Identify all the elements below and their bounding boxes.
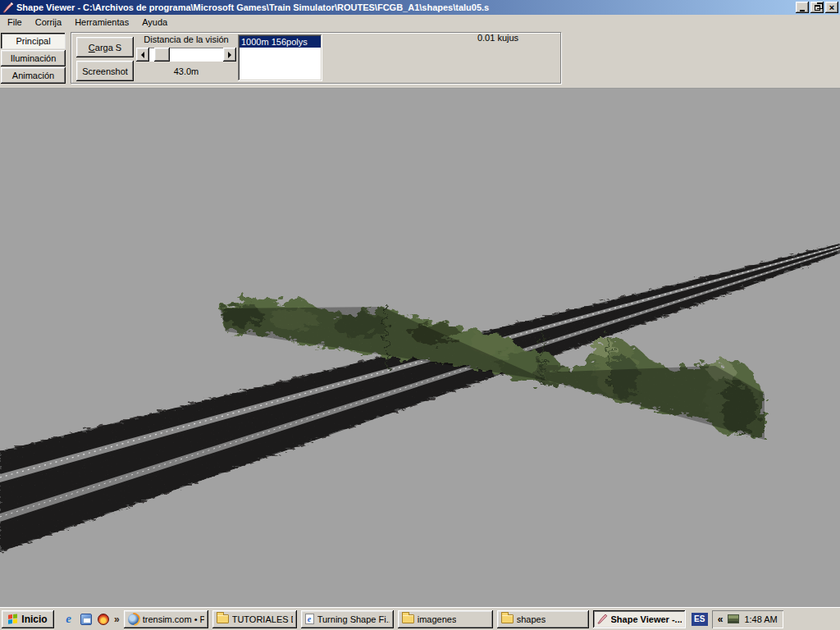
system-tray: « 1:48 AM	[712, 610, 783, 628]
taskbar: Inicio e » trensim.com • P... TUTORIALES…	[0, 607, 840, 630]
menu-corrija[interactable]: Corrija	[29, 16, 68, 30]
scrollbar-thumb[interactable]	[154, 48, 170, 62]
tab-iluminacion[interactable]: Iluminación	[1, 50, 66, 66]
restore-icon	[815, 5, 820, 11]
tab-animacion[interactable]: Animación	[1, 67, 66, 84]
tab-principal[interactable]: Principal	[1, 33, 66, 49]
taskbar-clock: 1:48 AM	[744, 614, 777, 624]
tray-collapse-chevron[interactable]: «	[718, 614, 724, 625]
shape-viewer-app-icon	[2, 2, 14, 13]
language-indicator[interactable]: ES	[692, 613, 708, 626]
scene-3d[interactable]	[0, 89, 840, 607]
windows-logo-icon	[8, 614, 18, 623]
internet-explorer-icon[interactable]: e	[62, 613, 75, 625]
scroll-right-button[interactable]	[223, 48, 236, 62]
firefox-icon	[128, 614, 139, 625]
task-button-shape-viewer[interactable]: Shape Viewer -...	[593, 610, 686, 628]
lod-listbox[interactable]: 1000m 156polys	[238, 34, 322, 81]
minimize-icon	[800, 10, 805, 11]
minimize-button[interactable]	[796, 2, 809, 13]
carga-s-button[interactable]: Carga S	[76, 37, 134, 57]
view-distance-scrollbar[interactable]	[136, 48, 236, 62]
menu-herramientas[interactable]: Herramientas	[68, 16, 135, 30]
folder-icon	[402, 614, 414, 623]
task-button-turning-shape[interactable]: Turning Shape Fi...	[301, 610, 394, 628]
scroll-left-button[interactable]	[136, 48, 149, 62]
ie-document-icon	[305, 614, 314, 624]
menu-bar: File Corrija Herramientas Ayuda	[0, 15, 840, 30]
view-distance-label: Distancia de la visión	[136, 34, 236, 44]
view-distance-value: 43.0m	[136, 66, 236, 76]
arrow-right-icon	[228, 52, 231, 58]
task-button-imagenes[interactable]: imagenes	[398, 610, 493, 628]
task-button-tutoriales[interactable]: TUTORIALES D...	[212, 610, 297, 628]
menu-ayuda[interactable]: Ayuda	[135, 16, 174, 30]
close-button[interactable]: ×	[825, 2, 838, 13]
start-label: Inicio	[21, 614, 47, 625]
lod-list-item[interactable]: 1000m 156polys	[240, 36, 321, 48]
opera-icon[interactable]	[98, 614, 109, 625]
close-icon: ×	[829, 3, 834, 11]
poly-stat-label: 0.01 kujus	[416, 33, 580, 43]
quick-launch-bar: e	[62, 613, 109, 625]
viewport-3d[interactable]	[0, 89, 840, 607]
window-title: Shape Viewer - C:\Archivos de programa\M…	[16, 2, 794, 12]
start-button[interactable]: Inicio	[2, 610, 54, 628]
shape-viewer-icon	[597, 614, 608, 624]
outlook-express-icon[interactable]	[80, 614, 92, 625]
arrow-left-icon	[141, 52, 144, 58]
quick-launch-overflow-chevron[interactable]: »	[114, 614, 120, 625]
folder-icon	[217, 614, 229, 623]
restore-button[interactable]	[810, 2, 824, 13]
title-bar: Shape Viewer - C:\Archivos de programa\M…	[0, 0, 840, 15]
screenshot-button[interactable]: Screenshot	[76, 61, 134, 81]
folder-icon	[501, 614, 514, 623]
train-tray-icon[interactable]	[728, 614, 739, 623]
carga-s-label: Carga S	[89, 43, 121, 52]
task-button-trensim[interactable]: trensim.com • P...	[124, 610, 208, 628]
toolbar-panel: Principal Iluminación Animación Carga S …	[0, 30, 840, 89]
menu-file[interactable]: File	[1, 16, 29, 30]
task-button-shapes[interactable]: shapes	[497, 610, 589, 628]
